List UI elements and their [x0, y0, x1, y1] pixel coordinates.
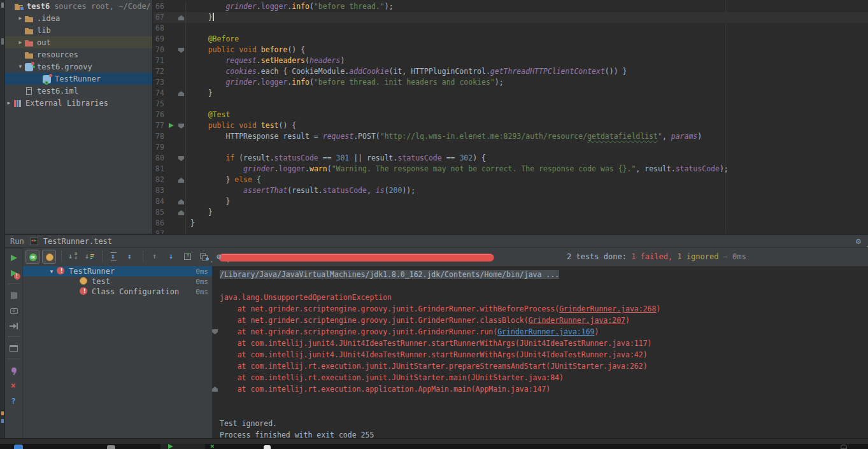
fold-marker-icon[interactable] [178, 124, 184, 129]
expand-arrow-icon[interactable]: ▼ [17, 64, 24, 69]
editor-line-77[interactable]: 77 public void test() { [153, 120, 868, 131]
code-text[interactable]: assertThat(result.statusCode, is(200)); [186, 185, 415, 196]
stacktrace-link[interactable]: GrinderRunner.java:207 [529, 316, 625, 325]
fold-marker-icon[interactable] [178, 210, 184, 215]
fold-marker-icon[interactable] [178, 15, 184, 20]
code-text[interactable]: grinder.logger.warn("Warning. The respon… [186, 164, 729, 175]
dock-app-play-icon[interactable] [160, 444, 205, 449]
code-text[interactable]: @Test [186, 110, 230, 120]
project-tree-item-external-libraries[interactable]: ▶External Libraries [5, 97, 152, 109]
export-test-results-button[interactable]: ↑ [181, 250, 195, 264]
previous-failed-test-button[interactable]: ↑ [148, 250, 162, 264]
dock-app-circle-icon[interactable] [841, 445, 847, 449]
fold-marker-icon[interactable] [178, 199, 184, 204]
code-text[interactable]: } [186, 196, 230, 207]
project-tree-item-root[interactable]: test6sources root, ~/Code/ [5, 0, 152, 12]
expand-all-button[interactable]: ↕ [107, 250, 121, 264]
rerun-button[interactable] [7, 251, 21, 265]
editor-line-70[interactable]: 70 public void before() { [153, 45, 868, 55]
code-text[interactable]: cookies.each { CookieModule.addCookie(it… [186, 66, 627, 77]
code-text[interactable]: HTTPResponse result = request.POST("http… [186, 131, 702, 142]
code-text[interactable]: } [186, 12, 214, 23]
code-text[interactable]: grinder.logger.info("before thread. init… [186, 77, 504, 88]
fold-marker-icon[interactable] [178, 178, 184, 183]
editor-line-87[interactable]: 87 [153, 229, 868, 234]
editor-line-78[interactable]: 78 HTTPResponse result = request.POST("h… [153, 131, 868, 142]
close-button[interactable]: × [7, 379, 21, 393]
dock-app-blue-icon[interactable] [14, 445, 23, 449]
editor-line-81[interactable]: 81 grinder.logger.warn("Warning. The res… [153, 164, 868, 175]
editor-line-86[interactable]: 86} [153, 218, 868, 229]
run-console-output[interactable]: /Library/Java/JavaVirtualMachines/jdk1.8… [212, 266, 868, 438]
detach-button[interactable] [7, 319, 21, 333]
code-text[interactable] [186, 229, 190, 234]
editor-line-74[interactable]: 74 } [153, 88, 868, 99]
editor-line-69[interactable]: 69 @Before [153, 34, 868, 45]
code-text[interactable]: } [186, 207, 213, 218]
editor-line-67[interactable]: 67 } [153, 12, 868, 23]
fold-marker-icon[interactable] [178, 91, 184, 96]
project-tree-item-resources[interactable]: resources [5, 48, 152, 61]
project-tree-item-out[interactable]: ▶out [5, 36, 152, 48]
code-editor[interactable]: 66 grinder.logger.info("before thread.")… [153, 0, 868, 234]
show-passed-button[interactable]: OK [25, 250, 39, 264]
code-text[interactable]: public void test() { [186, 120, 296, 131]
help-button[interactable]: ? [7, 394, 21, 408]
sort-by-duration-button[interactable]: ↓ [83, 250, 97, 264]
editor-line-76[interactable]: 76 @Test [153, 110, 868, 120]
dock-app-white-icon[interactable] [264, 445, 271, 449]
stop-button[interactable] [7, 289, 21, 303]
editor-line-73[interactable]: 73 grinder.logger.info("before thread. i… [153, 77, 868, 88]
code-text[interactable]: } [186, 88, 213, 99]
show-ignored-button[interactable] [42, 250, 56, 264]
settings-button[interactable]: ⚙▾ [214, 250, 228, 264]
editor-line-84[interactable]: 84 } [153, 196, 868, 207]
pin-button[interactable] [7, 364, 21, 378]
code-text[interactable] [186, 23, 190, 34]
editor-line-71[interactable]: 71 request.setHeaders(headers) [153, 55, 868, 66]
project-tree-item-idea[interactable]: ▶.idea [5, 12, 152, 24]
code-text[interactable]: } [186, 218, 195, 229]
code-text[interactable]: } else { [186, 175, 261, 185]
editor-line-75[interactable]: 75 [153, 99, 868, 110]
project-tree-panel[interactable]: test6sources root, ~/Code/▶.idealib▶outr… [5, 0, 153, 234]
expand-arrow-icon[interactable]: ▶ [17, 15, 24, 21]
editor-line-85[interactable]: 85 } [153, 207, 868, 218]
expand-arrow-icon[interactable]: ▼ [47, 269, 56, 274]
stacktrace-link[interactable]: GrinderRunner.java:169 [497, 327, 594, 336]
restore-layout-button[interactable] [7, 341, 21, 355]
editor-line-82[interactable]: 82 } else { [153, 175, 868, 185]
editor-line-79[interactable]: 79 [153, 142, 868, 153]
rerun-failed-button[interactable]: ! [7, 266, 21, 280]
test-tree-item-test-class-configuration[interactable]: !Class Configuration0ms [23, 287, 212, 297]
code-text[interactable]: grinder.logger.info("before thread."); [186, 1, 394, 12]
test-result-tree[interactable]: ▼!TestRunner0mstest0ms!Class Configurati… [23, 266, 212, 438]
stacktrace-link[interactable]: GrinderRunner.java:268 [559, 304, 656, 313]
dock-app-gray-icon[interactable] [107, 445, 115, 449]
fold-marker-icon[interactable] [178, 48, 184, 53]
project-tree-item-testrunner[interactable]: TestRunner [5, 73, 152, 85]
console-fold-marker-icon[interactable] [212, 329, 218, 334]
expand-arrow-icon[interactable]: ▶ [5, 100, 13, 106]
test-history-button[interactable]: ▾ [197, 250, 211, 264]
test-tree-item-suite-testrunner[interactable]: ▼!TestRunner0ms [23, 266, 212, 276]
editor-line-66[interactable]: 66 grinder.logger.info("before thread.")… [153, 1, 868, 12]
project-tree-item-test6-iml[interactable]: test6.iml [5, 85, 152, 97]
dock-app-green-x-icon[interactable]: × [210, 444, 218, 449]
sort-alphabetically-button[interactable]: ↓az [66, 250, 80, 264]
code-text[interactable]: request.setHeaders(headers) [186, 55, 345, 66]
console-fold-marker-icon[interactable] [212, 387, 218, 392]
code-text[interactable]: @Before [186, 34, 239, 45]
code-text[interactable] [186, 99, 190, 110]
editor-line-83[interactable]: 83 assertThat(result.statusCode, is(200)… [153, 185, 868, 196]
project-tree-item-test6-groovy[interactable]: ▼test6.groovy [5, 61, 152, 73]
test-tree-item-test-test[interactable]: test0ms [23, 276, 212, 287]
expand-arrow-icon[interactable]: ▶ [17, 39, 24, 45]
fold-marker-icon[interactable] [178, 156, 184, 161]
code-text[interactable] [186, 142, 190, 153]
thread-dump-button[interactable] [7, 304, 21, 318]
editor-line-72[interactable]: 72 cookies.each { CookieModule.addCookie… [153, 66, 868, 77]
editor-line-68[interactable]: 68 [153, 23, 868, 34]
project-tree-item-lib[interactable]: lib [5, 24, 152, 36]
panel-settings-gear-icon[interactable]: ⚙▾ [855, 236, 865, 246]
